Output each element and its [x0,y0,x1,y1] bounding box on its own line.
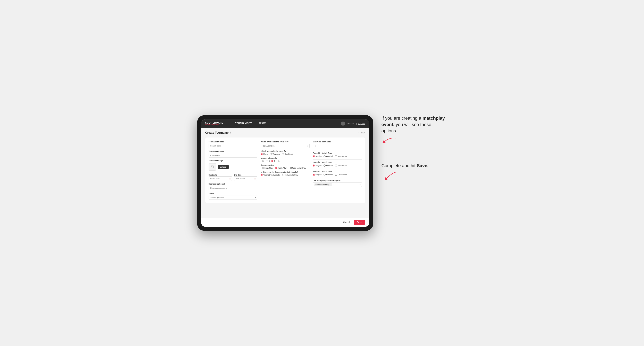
upload-button[interactable]: Upload [218,165,229,169]
logo-upload-area: Upload [208,163,258,171]
teams-individuals[interactable]: Individuals Only [282,174,298,176]
sponsor-input[interactable] [208,186,258,190]
teams-individuals-radio[interactable] [282,174,284,176]
rounds-2-radio[interactable] [266,160,268,162]
api-chevron-icon: ▾ [360,184,360,185]
nav-tabs: TOURNAMENTS TEAMS [232,121,337,126]
venue-input[interactable] [208,195,258,200]
date-row: Start date End date [208,173,258,181]
rounds-4[interactable]: 4 [276,160,280,162]
tablet-screen: SCOREBOARD Powered by clippit TOURNAMENT… [201,119,369,227]
teams-radio-group: Teams (+Individuals) Individuals Only [261,174,310,176]
gender-womens[interactable]: Womens [270,153,280,155]
teams-teams-radio[interactable] [261,174,263,176]
nav-right: T Test User | Sign out [341,122,365,126]
venue-label: Venue [208,192,258,194]
rounds-label: Number of rounds [261,157,310,159]
tournament-host-input[interactable] [208,144,258,148]
page-wrapper: SCOREBOARD Powered by clippit TOURNAMENT… [179,115,466,231]
scoring-medal-radio[interactable] [289,167,291,169]
round3-fourball[interactable]: Fourball [324,174,333,176]
round1-fourball-radio[interactable] [324,155,326,157]
page-header: Create Tournament ← Back [205,131,365,134]
end-date-wrapper [234,176,257,181]
gender-combined[interactable]: Combined [282,153,293,155]
logo-sub: Powered by clippit [205,124,224,125]
round1-foursomes[interactable]: Foursomes [335,155,347,157]
round2-singles-radio[interactable] [313,165,315,167]
gender-mens-radio[interactable] [261,153,263,155]
round1-singles[interactable]: Singles [313,155,322,157]
gender-womens-radio[interactable] [270,153,272,155]
rounds-4-radio[interactable] [276,160,279,162]
tablet-frame: SCOREBOARD Powered by clippit TOURNAMENT… [197,115,373,231]
round3-singles-radio[interactable] [313,174,315,176]
annotation-bottom: Complete and hit Save. [382,163,447,169]
round2-singles[interactable]: Singles [313,165,322,167]
annotation-top-container: If you are creating a matchplay event, y… [382,115,447,144]
round1-match-type-section: Round 1 - Match Type Singles Fourball [313,150,362,157]
rounds-radio-group: 1 2 3 [261,160,310,162]
rounds-1-radio[interactable] [261,160,263,162]
right-column: Maximum Team Size Round 1 - Match Type S… [313,141,362,200]
scoring-stroke[interactable]: Stroke Play [261,167,273,169]
round2-label: Round 2 - Match Type [313,161,362,163]
start-date-input[interactable] [208,176,232,181]
api-select-wrapper[interactable]: Leaderboard King ✕ ▾ [313,182,362,187]
api-group: Use third-party live scoring API? Leader… [313,179,362,187]
gender-combined-radio[interactable] [282,153,284,155]
round2-fourball-radio[interactable] [324,165,326,167]
nav-user: Test User [347,123,354,125]
logo-placeholder [208,163,216,171]
api-tag-remove[interactable]: ✕ [329,184,331,185]
division-select[interactable]: NCAA Division I [261,144,310,148]
scoring-label: Scoring system [261,164,310,166]
round3-foursomes-radio[interactable] [335,174,337,176]
gender-radio-group: Mens Womens Combined [261,153,310,155]
tab-tournaments[interactable]: TOURNAMENTS [232,121,256,126]
rounds-3-radio[interactable] [271,160,273,162]
end-date-group: End date [234,173,257,181]
save-button[interactable]: Save [354,220,365,225]
form-grid: Tournament Host Tournament name Tourname… [205,138,365,203]
annotation-top: If you are creating a matchplay event, y… [382,115,447,134]
tournament-host-group: Tournament Host [208,141,258,148]
venue-group: Venue [208,192,258,200]
round2-foursomes[interactable]: Foursomes [335,165,347,167]
tournament-logo-label: Tournament logo [208,160,258,162]
rounds-2[interactable]: 2 [266,160,270,162]
end-date-input[interactable] [234,176,257,181]
gender-mens[interactable]: Mens [261,153,268,155]
round1-radio-group: Singles Fourball Foursomes [313,155,362,157]
teams-teams[interactable]: Teams (+Individuals) [261,174,280,176]
round3-singles[interactable]: Singles [313,174,322,176]
scoring-group: Scoring system Stroke Play Match Play [261,164,310,169]
back-link[interactable]: ← Back [358,132,365,134]
avatar: T [341,122,345,126]
rounds-1[interactable]: 1 [261,160,264,162]
scoring-stroke-radio[interactable] [261,167,263,169]
round1-singles-radio[interactable] [313,155,315,157]
round2-fourball[interactable]: Fourball [324,165,333,167]
scoring-match-radio[interactable] [275,167,277,169]
tab-teams[interactable]: TEAMS [256,121,270,126]
nav-logo: SCOREBOARD Powered by clippit [205,122,224,125]
round3-foursomes[interactable]: Foursomes [335,174,347,176]
signout-link[interactable]: Sign out [358,123,365,125]
rounds-group: Number of rounds 1 2 [261,157,310,162]
rounds-3[interactable]: 3 [271,160,275,162]
max-team-size-input[interactable] [313,144,325,148]
division-label: Which division is the event for? [261,141,310,143]
arrow-bottom-icon [382,171,398,181]
round1-fourball[interactable]: Fourball [324,155,333,157]
division-group: Which division is the event for? NCAA Di… [261,141,310,148]
arrow-top [382,136,447,144]
round2-foursomes-radio[interactable] [335,165,337,167]
tournament-name-input[interactable] [208,153,258,158]
scoring-match[interactable]: Match Play [275,167,287,169]
round3-fourball-radio[interactable] [324,174,326,176]
round1-foursomes-radio[interactable] [335,155,337,157]
scoring-medal[interactable]: Medal Match Play [289,167,306,169]
svg-point-1 [212,166,212,167]
cancel-button[interactable]: Cancel [341,220,352,225]
